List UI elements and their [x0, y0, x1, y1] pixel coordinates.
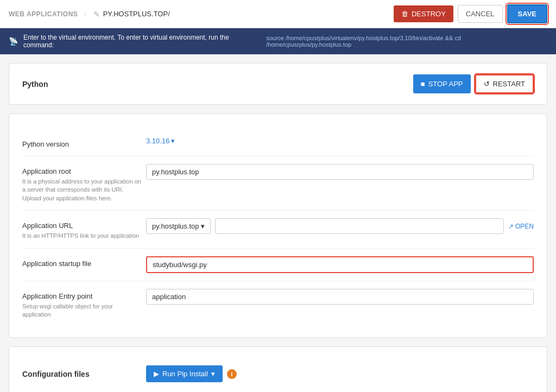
external-link-icon: ↗ [508, 223, 514, 230]
app-root-label: Application root [22, 164, 142, 175]
python-version-label: Python version [22, 137, 142, 148]
banner-text: Enter to the virtual environment. To ent… [23, 34, 261, 49]
info-banner: 📡 Enter to the virtual environment. To e… [0, 28, 556, 54]
stop-app-label: STOP APP [428, 80, 463, 88]
app-url-row: Application URL It is an HTTP/HTTPS link… [22, 211, 534, 248]
app-root-input-col [146, 164, 534, 180]
python-version-row: Python version 3.10.16 ▾ [22, 129, 534, 156]
python-section-label: Python [22, 80, 48, 88]
python-row: Python ■ STOP APP ↺ RESTART [22, 74, 534, 93]
open-url-label: OPEN [515, 223, 534, 230]
save-label: SAVE [518, 10, 536, 18]
chevron-down-icon: ▾ [171, 137, 175, 145]
url-domain-select[interactable]: py.hostplus.top ▾ [146, 218, 211, 234]
entry-point-row: Application Entry point Setup wsgi calla… [22, 281, 534, 327]
add-file-row: ⊕ Add [22, 390, 534, 392]
python-version-value-col: 3.10.16 ▾ [146, 137, 534, 145]
restart-button[interactable]: ↺ RESTART [475, 74, 534, 93]
entry-point-input[interactable] [146, 289, 534, 305]
open-url-link[interactable]: ↗ OPEN [508, 223, 534, 230]
restart-label: RESTART [493, 80, 525, 88]
trash-icon: 🗑 [401, 10, 408, 18]
entry-point-label-col: Application Entry point Setup wsgi calla… [22, 289, 142, 319]
python-control-card: Python ■ STOP APP ↺ RESTART [9, 63, 547, 105]
url-chevron-icon: ▾ [201, 222, 205, 230]
form-card: Python version 3.10.16 ▾ Application roo… [9, 113, 547, 338]
config-label: Configuration files [22, 370, 142, 378]
app-buttons: ■ STOP APP ↺ RESTART [413, 74, 534, 93]
app-url-label: Application URL [22, 218, 142, 230]
app-url-input[interactable] [215, 218, 504, 234]
python-version-link[interactable]: 3.10.16 ▾ [146, 137, 534, 145]
app-root-input[interactable] [146, 164, 534, 180]
app-root-label-col: Application root It is a physical addres… [22, 164, 142, 203]
startup-file-input-col [146, 256, 534, 273]
current-page-name: PY.HOSTPLUS.TOP/ [103, 10, 170, 18]
entry-point-input-col [146, 289, 534, 305]
breadcrumb-current: ✎ PY.HOSTPLUS.TOP/ [93, 10, 170, 18]
main-content: Python ■ STOP APP ↺ RESTART Python versi… [0, 54, 556, 392]
destroy-button[interactable]: 🗑 DESTROY [394, 5, 453, 22]
breadcrumb-area: WEB APPLICATIONS › ✎ PY.HOSTPLUS.TOP/ [9, 10, 170, 18]
app-url-desc: It is an HTTP/HTTPS link to your applica… [22, 232, 142, 240]
pip-row: ▶ Run Pip Install ▾ i [146, 365, 534, 382]
app-url-label-col: Application URL It is an HTTP/HTTPS link… [22, 218, 142, 240]
breadcrumb-app: WEB APPLICATIONS [9, 10, 78, 18]
stop-icon: ■ [421, 80, 425, 88]
cancel-label: CANCEL [466, 10, 495, 18]
stop-app-button[interactable]: ■ STOP APP [413, 74, 471, 93]
entry-point-label: Application Entry point [22, 289, 142, 300]
cancel-button[interactable]: CANCEL [458, 5, 503, 23]
app-root-desc: It is a physical address to your applica… [22, 178, 142, 203]
header-actions: 🗑 DESTROY CANCEL SAVE [394, 4, 547, 23]
config-header-row: Configuration files ▶ Run Pip Install ▾ … [22, 358, 534, 390]
form-section: Python version 3.10.16 ▾ Application roo… [22, 129, 534, 326]
edit-icon: ✎ [93, 10, 100, 18]
pip-chevron-icon: ▾ [211, 370, 215, 378]
python-version-value: 3.10.16 [146, 137, 169, 145]
app-url-input-col: py.hostplus.top ▾ ↗ OPEN [146, 218, 534, 234]
run-pip-button[interactable]: ▶ Run Pip Install ▾ [146, 365, 223, 382]
startup-file-input[interactable] [146, 256, 534, 273]
destroy-label: DESTROY [412, 10, 446, 18]
banner-command: source /home/cpusrplus/virtualenv/py.hos… [266, 35, 547, 48]
app-root-row: Application root It is a physical addres… [22, 156, 534, 211]
url-domain-value: py.hostplus.top [152, 222, 199, 230]
startup-file-row: Application startup file [22, 249, 534, 281]
run-pip-label: Run Pip Install [162, 370, 208, 378]
python-version-label-col: Python version [22, 137, 142, 148]
restart-icon: ↺ [484, 80, 490, 88]
rss-icon: 📡 [9, 37, 18, 46]
startup-file-label-col: Application startup file [22, 256, 142, 268]
save-button[interactable]: SAVE [507, 4, 547, 23]
startup-file-label: Application startup file [22, 256, 142, 268]
config-card: Configuration files ▶ Run Pip Install ▾ … [9, 346, 547, 392]
top-header: WEB APPLICATIONS › ✎ PY.HOSTPLUS.TOP/ 🗑 … [0, 0, 556, 28]
info-icon[interactable]: i [227, 369, 237, 379]
entry-point-desc: Setup wsgi callable object for your appl… [22, 302, 142, 319]
breadcrumb-separator: › [84, 10, 86, 18]
play-icon: ▶ [154, 370, 159, 378]
